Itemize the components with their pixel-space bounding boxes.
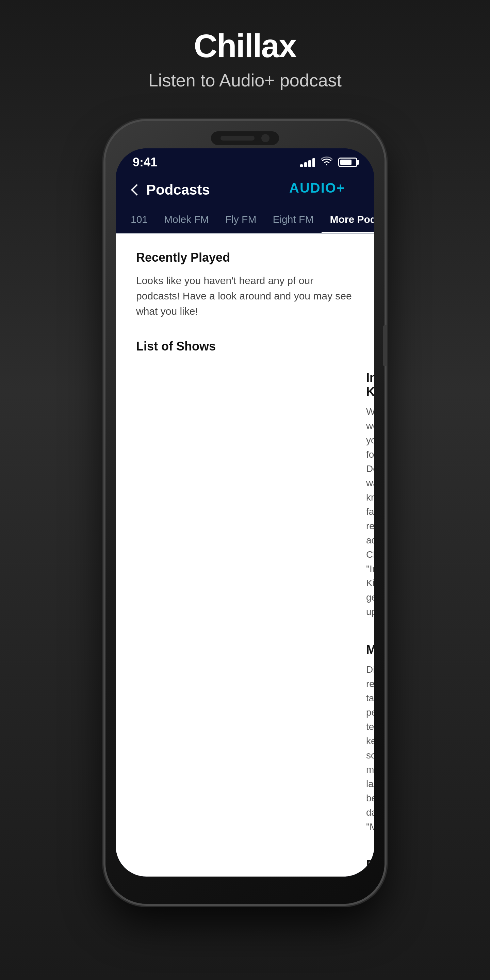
recently-played-title: Recently Played: [136, 250, 354, 265]
show-info-imelda: Imelda's Kitchen What would be your meal…: [366, 367, 374, 619]
show-item-imelda[interactable]: AUD10+ IMELDA'S KITCHEN Imelda's Kitchen…: [136, 367, 354, 619]
signal-bar-2: [304, 162, 307, 167]
header-title: Podcasts: [146, 182, 210, 198]
tab-eight-fm[interactable]: Eight FM: [264, 207, 321, 233]
signal-bar-1: [300, 164, 303, 167]
show-item-millennialist[interactable]: skills talents knowledge career growth: [136, 640, 354, 834]
tab-more-podcasts[interactable]: More Podcas: [321, 207, 374, 233]
tab-101[interactable]: 101: [123, 207, 156, 233]
page-background: Chillax Listen to Audio+ podcast 9:41: [105, 0, 385, 904]
status-icons: [300, 156, 357, 169]
phone-speaker: [221, 136, 255, 140]
content-area: Recently Played Looks like you haven't h…: [116, 234, 374, 877]
signal-bar-4: [312, 158, 315, 167]
wifi-icon: [321, 156, 333, 169]
audio-plus-logo: AUDIO+: [289, 180, 357, 200]
show-desc-imelda: What would be your meal for today? Do yo…: [366, 404, 374, 619]
app-header: Podcasts AUDIO+: [116, 173, 374, 207]
page-title: Chillax: [105, 27, 385, 65]
tab-fly-fm[interactable]: Fly FM: [217, 207, 265, 233]
page-subtitle: Listen to Audio+ podcast: [105, 70, 385, 91]
show-desc-millennialist: Dilema anak remaja selepas tamat pengaji…: [366, 662, 374, 834]
phone-screen: 9:41: [116, 148, 374, 877]
phone-notch: [211, 131, 279, 145]
list-of-shows-title: List of Shows: [136, 339, 354, 353]
svg-text:AUDIO+: AUDIO+: [289, 180, 345, 195]
scroll-content: Recently Played Looks like you haven't h…: [116, 234, 374, 877]
tab-bar: 101 Molek FM Fly FM Eight FM More Podcas: [116, 207, 374, 234]
phone-shell: 9:41: [105, 121, 385, 904]
show-name-penang: Penang 仔 – 阿嘉 & 联理: [366, 858, 374, 877]
phone-camera: [261, 134, 269, 142]
logo-text: AUDIO+: [289, 180, 357, 200]
recently-played-message: Looks like you haven't heard any pf our …: [136, 273, 354, 319]
show-info-millennialist: Millennialist Dilema anak remaja selepas…: [366, 640, 374, 834]
back-arrow-icon: [131, 184, 143, 196]
tab-molek-fm[interactable]: Molek FM: [156, 207, 217, 233]
show-info-penang: Penang 仔 – 阿嘉 & 联理 来自槟城的歌手方炯嘉首次以槟城福建话和他的…: [366, 854, 374, 877]
status-time: 9:41: [133, 155, 157, 169]
phone-side-button: [383, 325, 387, 366]
battery-fill: [340, 159, 352, 165]
show-name-millennialist: Millennialist: [366, 643, 374, 657]
page-header: Chillax Listen to Audio+ podcast: [105, 0, 385, 111]
phone-mockup: 9:41: [105, 121, 385, 904]
back-button[interactable]: Podcasts: [133, 182, 210, 198]
signal-bar-3: [308, 160, 311, 167]
status-bar: 9:41: [116, 148, 374, 173]
show-name-imelda: Imelda's Kitchen: [366, 371, 374, 399]
signal-bars-icon: [300, 158, 315, 167]
battery-icon: [338, 158, 357, 167]
show-item-penang[interactable]: AUD10+ Penang 仔-阿嘉 & 联理 Penang 仔 – 阿嘉 & …: [136, 854, 354, 877]
